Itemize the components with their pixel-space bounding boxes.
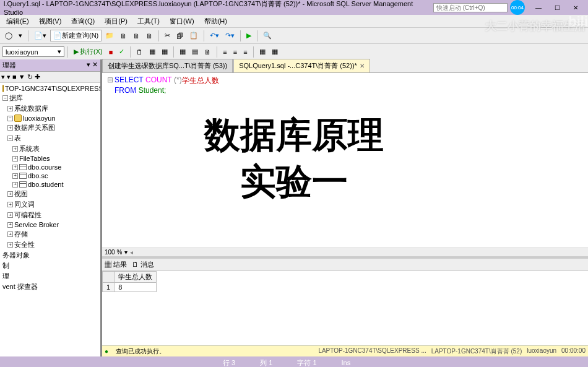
stop-icon[interactable]: ■	[106, 47, 116, 57]
tree-tables[interactable]: −表	[0, 133, 100, 144]
window-title: l.Query1.sql - LAPTOP-1GNC374T\SQLEXPRES…	[4, 0, 433, 16]
opts-icon[interactable]: ▦	[147, 46, 158, 57]
menu-project[interactable]: 项目(P)	[101, 16, 131, 27]
tree-repl[interactable]: 制	[0, 261, 100, 271]
sidebar-tools[interactable]: ▾ ▾ ■ ▼ ↻ ✚	[0, 72, 100, 83]
menu-edit[interactable]: 编辑(E)	[2, 16, 33, 27]
menu-help[interactable]: 帮助(H)	[201, 16, 231, 27]
status-server: LAPTOP-1GNC374T\SQLEXPRESS ...	[318, 347, 426, 356]
find-icon[interactable]: 🔍	[261, 30, 274, 41]
status-time: 00:00:00	[561, 347, 586, 356]
tree-table-course[interactable]: +dbo.course	[0, 163, 100, 171]
cut-icon[interactable]: ✂	[162, 30, 173, 41]
result-row-num: 1	[103, 283, 115, 292]
tree-storage[interactable]: +存储	[0, 229, 100, 240]
sidebar-pin-controls[interactable]: ▾ ✕	[87, 61, 98, 70]
object-tree[interactable]: TOP-1GNC374T\SQLEXPRESS (SQ −据库 +系统数据库 −…	[0, 83, 100, 356]
tree-security[interactable]: +安全性	[0, 240, 100, 250]
paste-icon[interactable]: 📋	[187, 30, 201, 41]
tree-filetables[interactable]: +FileTables	[0, 154, 100, 163]
status-message: 查询已成功执行。	[116, 347, 165, 356]
grid-icon[interactable]: ▦	[177, 46, 188, 57]
doc-icon[interactable]: 🗎	[118, 31, 129, 41]
redo-icon[interactable]: ↷▾	[223, 30, 237, 41]
tree-views[interactable]: +视图	[0, 189, 100, 199]
forward-icon[interactable]: ▾	[16, 30, 25, 41]
object-explorer: 理器 ▾ ✕ ▾ ▾ ■ ▼ ↻ ✚ TOP-1GNC374T\SQLEXPRE…	[0, 59, 102, 356]
comment2-icon[interactable]: ≡	[241, 47, 249, 57]
new-query-button[interactable]: 📄 新建查询(N)	[50, 30, 102, 41]
stats-icon[interactable]: ▦	[159, 46, 170, 57]
tree-mgmt[interactable]: 理	[0, 271, 100, 282]
status-line: 行 3	[210, 358, 248, 368]
tree-server[interactable]: TOP-1GNC374T\SQLEXPRESS (SQ	[0, 84, 100, 93]
status-db: luoxiaoyun	[527, 347, 556, 356]
tree-databases[interactable]: −据库	[0, 93, 100, 103]
tree-table-student[interactable]: +dbo.student	[0, 180, 100, 189]
new-icon[interactable]: 📄▾	[32, 30, 49, 41]
copy-icon[interactable]: 🗐	[174, 31, 186, 41]
timer-badge: 00:04	[510, 0, 525, 15]
outdent-icon[interactable]: ≡	[231, 47, 240, 57]
tree-sysdb[interactable]: +系统数据库	[0, 103, 100, 114]
sidebar-title: 理器	[2, 61, 16, 70]
result-col-header: 学生总人数	[115, 272, 157, 283]
back-icon[interactable]: ◯	[2, 30, 15, 41]
quick-launch-input[interactable]	[433, 3, 508, 12]
menu-tools[interactable]: 工具(T)	[134, 16, 163, 27]
text-icon[interactable]: ▤	[189, 46, 201, 57]
indent-icon[interactable]: ≡	[220, 47, 229, 57]
tab-create-db[interactable]: 创建学生选课数据库SQ...T\肖菁菁 (53))	[102, 59, 233, 72]
doc2-icon[interactable]: 🗎	[131, 31, 142, 41]
misc2-icon[interactable]: ▦	[269, 46, 280, 57]
menu-window[interactable]: 窗口(W)	[166, 16, 198, 27]
execute-button[interactable]: ▶ 执行(X)	[71, 46, 105, 57]
undo-icon[interactable]: ↶▾	[207, 30, 222, 41]
result-cell[interactable]: 8	[115, 283, 157, 292]
tree-systables[interactable]: +系统表	[0, 144, 100, 154]
parse-icon[interactable]: ✓	[116, 46, 127, 57]
plan-icon[interactable]: 🗒	[134, 47, 145, 57]
results-tab[interactable]: ▦ 结果	[105, 260, 127, 269]
minimize-button[interactable]: —	[530, 2, 547, 12]
menu-view[interactable]: 视图(V)	[35, 16, 66, 27]
status-col: 列 1	[248, 358, 285, 368]
misc1-icon[interactable]: ▦	[257, 46, 268, 57]
maximize-button[interactable]: ☐	[548, 2, 566, 12]
tree-userdb[interactable]: −luoxiaoyun	[0, 114, 100, 123]
file-icon[interactable]: 🗎	[202, 47, 214, 57]
status-user: LAPTOP-1GNC374T\肖菁菁 (52)	[431, 347, 522, 356]
tree-synonym[interactable]: +同义词	[0, 199, 100, 210]
tree-sb[interactable]: +Service Broker	[0, 220, 100, 229]
status-ins: Ins	[329, 359, 363, 366]
database-combo[interactable]: luoxiaoyun▾	[2, 46, 64, 57]
messages-tab[interactable]: 🗒 消息	[132, 260, 154, 269]
doc3-icon[interactable]: 🗎	[144, 31, 155, 41]
results-grid[interactable]: 学生总人数 18	[102, 271, 588, 292]
tree-table-sc[interactable]: +dbo.sc	[0, 171, 100, 180]
menu-query[interactable]: 查询(Q)	[67, 16, 98, 27]
open-icon[interactable]: 📁	[103, 30, 116, 41]
status-char: 字符 1	[285, 358, 329, 368]
comment-icon[interactable]: ▶	[244, 30, 254, 41]
sql-editor[interactable]: ⊟SELECT COUNT (*)学生总人数 FROM Student;	[102, 73, 588, 248]
tree-serverobj[interactable]: 务器对象	[0, 250, 100, 261]
status-ok-icon: ●	[105, 348, 108, 355]
close-button[interactable]: ✕	[567, 2, 584, 12]
zoom-level[interactable]: 100 %	[105, 249, 122, 256]
tab-sqlquery1[interactable]: SQLQuery1.sql -...C374T\肖菁菁 (52))*✕	[233, 59, 370, 72]
tab-close-icon[interactable]: ✕	[360, 63, 365, 69]
tree-xevent[interactable]: vent 探查器	[0, 282, 100, 292]
tree-diagram[interactable]: +数据库关系图	[0, 123, 100, 133]
tree-prog[interactable]: +可编程性	[0, 210, 100, 220]
